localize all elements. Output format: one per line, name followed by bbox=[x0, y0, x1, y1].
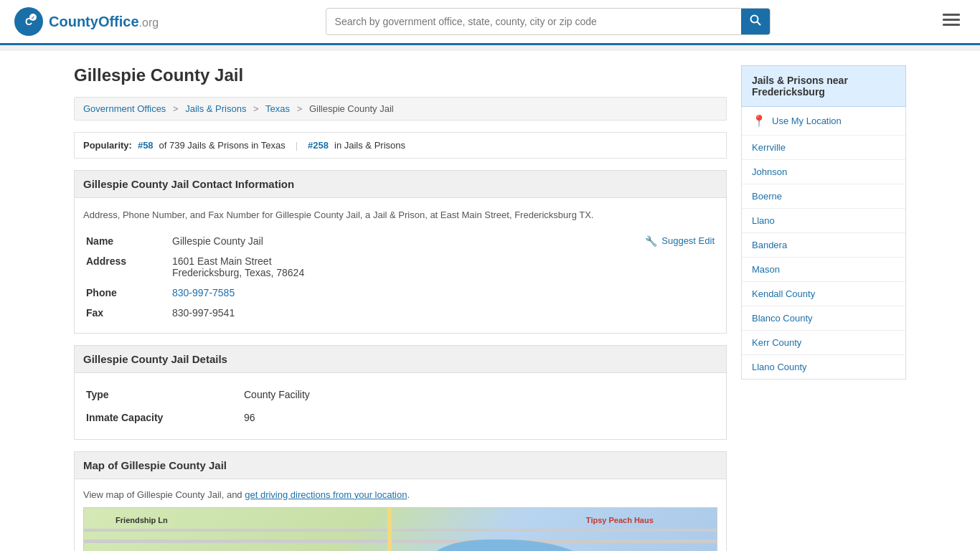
type-value: County Facility bbox=[241, 383, 717, 406]
logo-area: C ✓ CountyOffice.org bbox=[14, 7, 159, 36]
search-input[interactable] bbox=[326, 10, 741, 33]
map-road bbox=[387, 508, 392, 552]
breadcrumb-govt-offices[interactable]: Government Offices bbox=[83, 103, 166, 114]
wrench-icon: 🔧 bbox=[645, 235, 657, 247]
details-section-header: Gillespie County Jail Details bbox=[74, 345, 727, 373]
phone-link[interactable]: 830-997-7585 bbox=[172, 287, 235, 298]
list-item: Kerrville bbox=[742, 136, 905, 160]
breadcrumb-sep-3: > bbox=[297, 103, 303, 114]
contact-table: Name Gillespie County Jail 🔧 Suggest Edi… bbox=[83, 231, 717, 323]
capacity-value: 96 bbox=[241, 406, 717, 429]
search-button[interactable] bbox=[741, 9, 770, 34]
popularity-rank1-text: of 739 Jails & Prisons in Texas bbox=[159, 140, 286, 151]
logo-text: CountyOffice.org bbox=[49, 14, 159, 30]
popularity-rank2-text: in Jails & Prisons bbox=[334, 140, 405, 151]
header: C ✓ CountyOffice.org bbox=[0, 0, 980, 45]
svg-rect-7 bbox=[943, 19, 960, 21]
breadcrumb-current: Gillespie County Jail bbox=[309, 103, 394, 114]
driving-directions-link[interactable]: get driving directions from your locatio… bbox=[245, 489, 407, 500]
table-row: Inmate Capacity 96 bbox=[83, 406, 717, 429]
capacity-label: Inmate Capacity bbox=[83, 406, 241, 429]
table-row: Type County Facility bbox=[83, 383, 717, 406]
breadcrumb-sep-2: > bbox=[253, 103, 259, 114]
popularity-bar: Popularity: #58 of 739 Jails & Prisons i… bbox=[74, 132, 727, 159]
map-road bbox=[84, 540, 717, 543]
map-section-content: View map of Gillespie County Jail, and g… bbox=[74, 479, 727, 552]
location-pin-icon: 📍 bbox=[752, 114, 766, 128]
svg-point-4 bbox=[750, 16, 758, 23]
breadcrumb-jails[interactable]: Jails & Prisons bbox=[185, 103, 246, 114]
list-item: Boerne bbox=[742, 184, 905, 209]
phone-label: Phone bbox=[83, 283, 169, 303]
subheader-divider bbox=[0, 45, 980, 51]
table-row: Name Gillespie County Jail 🔧 Suggest Edi… bbox=[83, 231, 717, 251]
table-row: Address 1601 East Main Street Fredericks… bbox=[83, 251, 717, 283]
main-wrapper: Gillespie County Jail Government Offices… bbox=[60, 51, 920, 551]
sidebar-list: 📍 Use My Location Kerrville Johnson Boer… bbox=[741, 107, 906, 380]
search-bar bbox=[326, 8, 771, 35]
fax-label: Fax bbox=[83, 303, 169, 323]
list-item: Mason bbox=[742, 258, 905, 282]
content-area: Gillespie County Jail Government Offices… bbox=[74, 65, 727, 551]
sidebar-link-llano[interactable]: Llano bbox=[742, 209, 905, 232]
svg-text:✓: ✓ bbox=[31, 15, 35, 20]
fax-value: 830-997-9541 bbox=[169, 303, 717, 323]
table-row: Phone 830-997-7585 bbox=[83, 283, 717, 303]
sidebar-link-blanco[interactable]: Blanco County bbox=[742, 306, 905, 330]
svg-line-5 bbox=[757, 22, 760, 26]
map-road bbox=[84, 529, 717, 532]
list-item: Blanco County bbox=[742, 306, 905, 331]
table-row: Fax 830-997-9541 bbox=[83, 303, 717, 323]
map-container[interactable]: Friendship Ln Sutherlands #3118 Tipsy Pe… bbox=[83, 507, 717, 552]
list-item: Kerr County bbox=[742, 331, 905, 355]
sidebar-link-kerr[interactable]: Kerr County bbox=[742, 331, 905, 354]
map-section-header: Map of Gillespie County Jail bbox=[74, 451, 727, 479]
address-label: Address bbox=[83, 251, 169, 283]
list-item: Johnson bbox=[742, 160, 905, 184]
sidebar-link-mason[interactable]: Mason bbox=[742, 258, 905, 281]
address-value: 1601 East Main Street Fredericksburg, Te… bbox=[169, 251, 717, 283]
svg-rect-8 bbox=[943, 24, 960, 26]
breadcrumb-texas[interactable]: Texas bbox=[265, 103, 290, 114]
breadcrumb: Government Offices > Jails & Prisons > T… bbox=[74, 97, 727, 121]
sidebar-link-johnson[interactable]: Johnson bbox=[742, 160, 905, 184]
popularity-rank1: #58 bbox=[138, 140, 154, 151]
map-inner: Friendship Ln Sutherlands #3118 Tipsy Pe… bbox=[84, 508, 717, 552]
logo-icon: C ✓ bbox=[14, 7, 43, 36]
popularity-rank2: #258 bbox=[308, 140, 329, 151]
breadcrumb-sep-1: > bbox=[173, 103, 179, 114]
sidebar-link-bandera[interactable]: Bandera bbox=[742, 233, 905, 257]
use-my-location-btn[interactable]: 📍 Use My Location bbox=[742, 107, 905, 136]
list-item: Bandera bbox=[742, 233, 905, 258]
details-section-content: Type County Facility Inmate Capacity 96 bbox=[74, 373, 727, 440]
sidebar-link-kerrville[interactable]: Kerrville bbox=[742, 136, 905, 159]
sidebar: Jails & Prisons near Fredericksburg 📍 Us… bbox=[741, 65, 906, 551]
popularity-label: Popularity: bbox=[83, 140, 132, 151]
sidebar-link-llano-county[interactable]: Llano County bbox=[742, 355, 905, 379]
map-label: Friendship Ln bbox=[116, 516, 168, 524]
menu-button[interactable] bbox=[937, 9, 966, 34]
map-label: Tipsy Peach Haus bbox=[586, 516, 654, 524]
phone-value: 830-997-7585 bbox=[169, 283, 717, 303]
suggest-edit-button[interactable]: 🔧 Suggest Edit bbox=[645, 235, 715, 247]
use-my-location-label: Use My Location bbox=[772, 116, 842, 126]
sidebar-header: Jails & Prisons near Fredericksburg bbox=[741, 65, 906, 107]
list-item: Kendall County bbox=[742, 282, 905, 306]
name-label: Name bbox=[83, 231, 169, 251]
name-value: Gillespie County Jail 🔧 Suggest Edit bbox=[169, 231, 717, 251]
list-item: Llano bbox=[742, 209, 905, 233]
contact-section-content: Address, Phone Number, and Fax Number fo… bbox=[74, 198, 727, 334]
contact-section-header: Gillespie County Jail Contact Informatio… bbox=[74, 170, 727, 198]
details-table: Type County Facility Inmate Capacity 96 bbox=[83, 383, 717, 429]
map-description: View map of Gillespie County Jail, and g… bbox=[83, 489, 717, 500]
sidebar-link-kendall[interactable]: Kendall County bbox=[742, 282, 905, 306]
page-title: Gillespie County Jail bbox=[74, 65, 727, 85]
contact-description: Address, Phone Number, and Fax Number fo… bbox=[83, 208, 717, 222]
sidebar-link-boerne[interactable]: Boerne bbox=[742, 184, 905, 208]
list-item: Llano County bbox=[742, 355, 905, 379]
type-label: Type bbox=[83, 383, 241, 406]
svg-rect-6 bbox=[943, 14, 960, 16]
